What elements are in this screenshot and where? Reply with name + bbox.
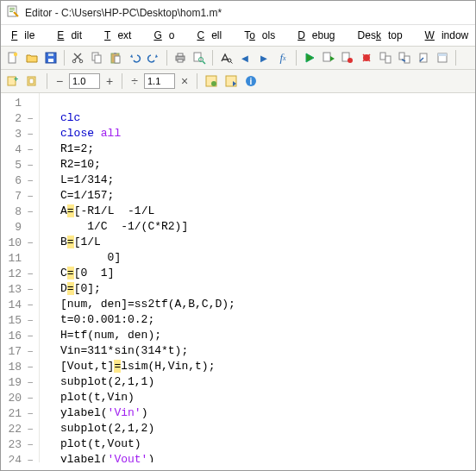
paste-button[interactable]	[107, 49, 124, 66]
code-line[interactable]: C=1/157;	[60, 188, 235, 204]
svg-point-38	[211, 81, 216, 86]
svg-rect-28	[399, 53, 404, 60]
minus-op[interactable]: −	[53, 73, 66, 89]
menu-edit[interactable]: Edit	[50, 27, 96, 44]
breakpoint-button[interactable]	[339, 49, 356, 66]
menu-text[interactable]: Text	[97, 27, 145, 44]
svg-point-5	[14, 53, 17, 56]
code-line[interactable]: 1/C -1/(C*R2)]	[60, 219, 235, 235]
code-line[interactable]: plot(t,Vin)	[60, 390, 235, 405]
separator	[122, 73, 122, 89]
menu-cell[interactable]: Cell	[190, 27, 235, 44]
step-button[interactable]	[377, 49, 394, 66]
copy-button[interactable]	[88, 49, 105, 66]
gutter-line: 18–	[1, 359, 39, 374]
code-line[interactable]: B=[1/L	[60, 235, 235, 250]
svg-rect-32	[438, 53, 447, 56]
gutter-line: 15–	[1, 312, 39, 328]
code-line[interactable]: [Vout,t]=lsim(H,Vin,t);	[60, 359, 235, 374]
code-line[interactable]: C=[0 1]	[60, 266, 235, 281]
redo-button[interactable]	[145, 49, 162, 66]
separator	[47, 73, 47, 89]
code-line[interactable]: close all	[60, 126, 235, 141]
gutter-line: 10–	[1, 235, 39, 250]
step-out-button[interactable]	[415, 49, 432, 66]
code-line[interactable]: 0]	[60, 250, 235, 266]
divide-op[interactable]: ÷	[128, 73, 141, 89]
svg-point-24	[348, 58, 353, 63]
svg-rect-36	[29, 78, 34, 84]
code-line[interactable]: ylabel('Vout')	[60, 452, 235, 462]
clear-bp-button[interactable]	[358, 49, 375, 66]
insert-cell2-button[interactable]	[24, 72, 41, 90]
menu-go[interactable]: Go	[147, 27, 188, 44]
gutter-line: 9	[1, 219, 39, 235]
gutter-line: 21–	[1, 405, 39, 421]
gutter-line: 1	[1, 95, 39, 110]
svg-rect-14	[114, 53, 116, 54]
code-line[interactable]: subplot(2,1,1)	[60, 374, 235, 390]
find-button[interactable]	[191, 49, 208, 66]
svg-rect-17	[178, 53, 183, 56]
app-icon	[6, 4, 20, 21]
back-button[interactable]: ◄	[236, 49, 254, 66]
info-button[interactable]: i	[242, 72, 260, 90]
run-button[interactable]	[301, 49, 318, 66]
code-line[interactable]	[60, 95, 235, 110]
menu-desktop[interactable]: Desktop	[351, 27, 416, 44]
step-in-button[interactable]	[396, 49, 413, 66]
code-line[interactable]: plot(t,Vout)	[60, 436, 235, 452]
code-line[interactable]: R2=10;	[60, 157, 235, 173]
insert-cell-button[interactable]: +	[4, 72, 22, 90]
gutter-line: 14–	[1, 297, 39, 312]
gutter-line: 6–	[1, 173, 39, 188]
gutter-line: 19–	[1, 374, 39, 390]
svg-rect-1	[9, 8, 15, 9]
increment-field[interactable]	[69, 73, 100, 89]
print-button[interactable]	[172, 49, 189, 66]
menu-window[interactable]: Window	[418, 27, 476, 44]
code-line[interactable]: subplot(2,1,2)	[60, 421, 235, 436]
run-advance-button[interactable]	[320, 49, 337, 66]
code-line[interactable]: A=[-R1/L -1/L	[60, 204, 235, 219]
svg-rect-3	[9, 11, 13, 12]
multiply-field[interactable]	[144, 73, 175, 89]
new-file-button[interactable]	[4, 49, 22, 66]
code-line[interactable]: t=0:0.001:0.2;	[60, 312, 235, 328]
svg-rect-12	[95, 55, 101, 63]
gutter-line: 4–	[1, 141, 39, 157]
code-editor[interactable]: 12–3–4–5–6–7–8–910–1112–13–14–15–16–17–1…	[1, 93, 475, 462]
eval-advance-button[interactable]	[222, 72, 240, 90]
code-line[interactable]: clc	[60, 110, 235, 126]
function-button[interactable]: fx	[274, 49, 291, 66]
code-line[interactable]: H=tf(num, den);	[60, 328, 235, 343]
code-line[interactable]: L=1/314;	[60, 173, 235, 188]
code-line[interactable]: ylabel('Vin')	[60, 405, 235, 421]
gutter-line: 8–	[1, 204, 39, 219]
code-line[interactable]: R1=2;	[60, 141, 235, 157]
open-button[interactable]	[23, 49, 41, 66]
svg-text:+: +	[14, 75, 18, 84]
cut-button[interactable]	[69, 49, 86, 66]
gutter-line: 17–	[1, 343, 39, 359]
eval-cell-button[interactable]	[203, 72, 220, 90]
gutter-line: 20–	[1, 390, 39, 405]
find-text-button[interactable]	[217, 49, 235, 66]
gutter-line: 23–	[1, 436, 39, 452]
times-op[interactable]: ×	[178, 73, 191, 89]
code-line[interactable]: Vin=311*sin(314*t);	[60, 343, 235, 359]
toolbar-cell: + − + ÷ × i	[1, 70, 475, 93]
code-line[interactable]: [num, den]=ss2tf(A,B,C,D);	[60, 297, 235, 312]
plus-op[interactable]: +	[103, 73, 116, 89]
save-button[interactable]	[42, 49, 60, 66]
code-line[interactable]: D=[0];	[60, 281, 235, 297]
menu-debug[interactable]: Debug	[291, 27, 348, 44]
undo-button[interactable]	[126, 49, 143, 66]
code-content[interactable]: clcclose allR1=2;R2=10;L=1/314;C=1/157;A…	[40, 93, 235, 462]
menu-tools[interactable]: Tools	[237, 27, 289, 44]
stack-button[interactable]	[434, 49, 451, 66]
gutter-line: 3–	[1, 126, 39, 141]
gutter-line: 2–	[1, 110, 39, 126]
menu-file[interactable]: File	[4, 27, 48, 44]
forward-button[interactable]: ►	[255, 49, 272, 66]
